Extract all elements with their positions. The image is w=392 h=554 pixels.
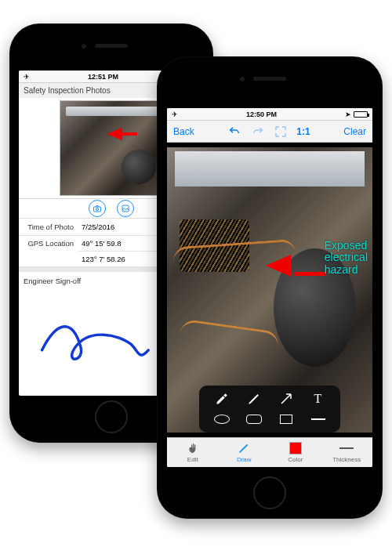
photo-arrow-icon [107, 128, 122, 140]
undo-icon [227, 125, 241, 138]
status-time: 12:50 PM [246, 110, 277, 118]
pen-icon [247, 392, 261, 406]
annotation-text-line: electrical [325, 252, 368, 263]
tab-label: Thickness [332, 456, 361, 463]
choose-photo-button[interactable] [117, 200, 134, 217]
battery-icon [354, 111, 368, 118]
shape-tool-row [205, 411, 334, 428]
tab-draw[interactable]: Draw [219, 438, 270, 467]
rect-icon [280, 415, 292, 424]
time-of-photo-label: Time of Photo [19, 223, 78, 231]
editor-screen: ✈ 12:50 PM ➤ Back [167, 108, 372, 467]
take-photo-button[interactable] [89, 200, 106, 217]
color-swatch-icon [289, 442, 302, 454]
line-icon [311, 418, 325, 420]
redo-button[interactable] [251, 125, 265, 138]
phone-camera-dot [82, 44, 86, 49]
svg-point-1 [96, 208, 99, 211]
airplane-mode-icon: ✈ [24, 73, 30, 81]
photo-pipe [178, 319, 280, 362]
annotation-text-line: hazard [325, 264, 368, 276]
fit-screen-button[interactable] [274, 125, 287, 138]
highlighter-icon [215, 392, 229, 406]
svg-rect-0 [94, 207, 101, 212]
gps-location-label: GPS Location [19, 236, 78, 248]
draw-tool-row: T [205, 390, 334, 407]
annotation-arrow-line [294, 272, 325, 276]
draw-tools-popover: T [199, 386, 340, 433]
inspection-photo-thumbnail[interactable] [60, 101, 162, 195]
expand-icon [274, 125, 287, 138]
photo-compressor [122, 150, 156, 183]
arrow-tool-icon [279, 392, 293, 406]
annotation-text[interactable]: Exposed electrical hazard [325, 240, 368, 276]
location-icon: ➤ [345, 110, 351, 118]
photo-bg-item [66, 107, 158, 116]
text-tool[interactable]: T [307, 390, 329, 407]
editor-toolbar: Back 1:1 Clear [167, 121, 372, 143]
status-time: 12:51 PM [88, 73, 118, 81]
round-rect-icon [246, 415, 262, 424]
ellipse-icon [214, 415, 230, 424]
arrow-tool[interactable] [275, 390, 297, 407]
annotation-arrow-head-icon [266, 255, 291, 277]
tab-label: Draw [237, 456, 252, 463]
phone-camera-dot [240, 77, 245, 81]
photo-bg-item [175, 151, 364, 186]
camera-icon [93, 204, 102, 213]
editor-tabbar: Edit Draw Color Thickness [167, 437, 372, 467]
tab-label: Edit [187, 456, 198, 463]
rect-tool[interactable] [275, 411, 297, 428]
tab-color[interactable]: Color [270, 438, 321, 467]
pen-icon [238, 442, 250, 454]
ellipse-tool[interactable] [211, 411, 233, 428]
image-icon [121, 204, 130, 213]
tab-edit[interactable]: Edit [167, 438, 219, 467]
clear-button[interactable]: Clear [343, 126, 366, 137]
status-bar: ✈ 12:50 PM ➤ [167, 108, 372, 121]
phone-editor: ✈ 12:50 PM ➤ Back [157, 56, 383, 519]
thickness-icon [339, 447, 354, 449]
editor-canvas[interactable]: Exposed electrical hazard T [167, 143, 372, 437]
back-button[interactable]: Back [173, 126, 194, 137]
redo-icon [251, 125, 265, 138]
round-rect-tool[interactable] [243, 411, 265, 428]
line-tool[interactable] [307, 411, 329, 428]
one-to-one-button[interactable]: 1:1 [296, 126, 310, 137]
airplane-mode-icon: ✈ [172, 110, 178, 118]
highlighter-tool[interactable] [211, 390, 233, 407]
tab-thickness[interactable]: Thickness [321, 438, 373, 467]
svg-rect-2 [122, 205, 129, 212]
hand-icon [187, 442, 199, 454]
undo-button[interactable] [227, 125, 241, 138]
photo-arrow-line [122, 132, 137, 136]
tab-label: Color [288, 456, 303, 463]
pen-tool[interactable] [243, 390, 265, 407]
signoff-label: Engineer Sign-off [19, 277, 85, 285]
